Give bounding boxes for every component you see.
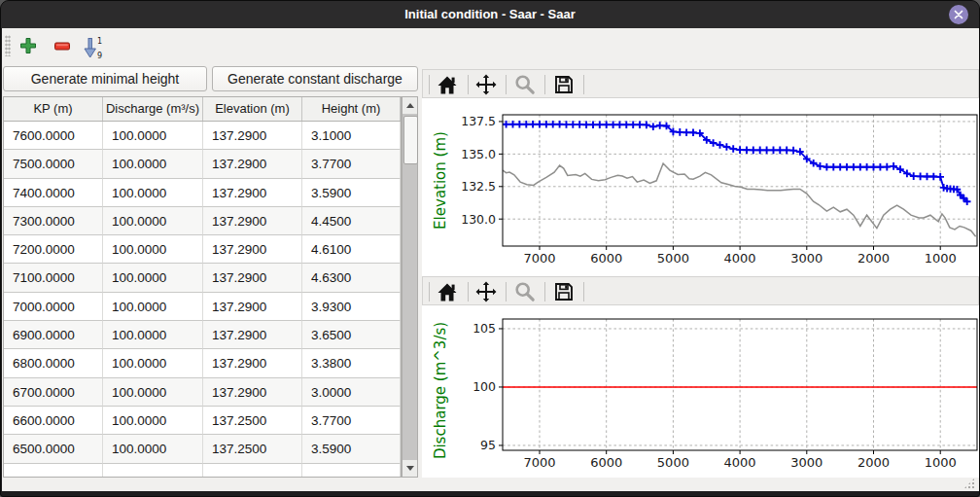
table-cell[interactable]: 137.2500: [203, 407, 302, 435]
table-cell[interactable]: 3.6500: [302, 321, 401, 349]
table-cell[interactable]: 100.0000: [103, 349, 203, 377]
pan-icon: [475, 74, 497, 95]
table-cell[interactable]: 7000.0000: [4, 293, 103, 321]
table-cell[interactable]: 3.5900: [302, 179, 401, 207]
table-cell[interactable]: 137.2900: [203, 378, 302, 407]
toolbar-drag-handle[interactable]: [5, 35, 11, 56]
generate-minimal-height-button[interactable]: Generate minimal height: [3, 66, 207, 91]
table-cell[interactable]: 137.2900: [203, 293, 302, 321]
table-cell[interactable]: 100.0000: [103, 150, 203, 178]
elevation-plot-toolbar: [422, 69, 979, 98]
table-cell[interactable]: 7600.0000: [4, 122, 103, 150]
save-button[interactable]: [550, 72, 578, 97]
table-cell[interactable]: [4, 464, 103, 478]
table-cell[interactable]: 100.0000: [103, 235, 203, 264]
x-tick-label: 6000: [590, 251, 622, 266]
table-cell[interactable]: 137.2900: [203, 349, 302, 377]
table-cell[interactable]: 3.9300: [302, 293, 401, 321]
pan-button[interactable]: [472, 279, 500, 304]
table-cell[interactable]: 3.5900: [302, 435, 401, 463]
table-cell[interactable]: 4.6300: [302, 264, 401, 292]
table-cell[interactable]: 7500.0000: [4, 150, 103, 178]
save-button[interactable]: [550, 279, 578, 304]
table-cell[interactable]: 100.0000: [103, 378, 203, 407]
table-cell[interactable]: 7200.0000: [4, 235, 103, 264]
table-cell[interactable]: 3.3800: [302, 349, 401, 377]
home-button[interactable]: [434, 279, 461, 304]
table-cell[interactable]: 100.0000: [103, 435, 203, 463]
table-cell[interactable]: [302, 464, 401, 478]
column-header[interactable]: Height (m): [302, 97, 401, 121]
discharge-plot-toolbar: [422, 276, 979, 305]
table-cell[interactable]: 137.2900: [203, 207, 302, 235]
column-header[interactable]: Elevation (m): [203, 97, 302, 121]
titlebar[interactable]: Initial condition - Saar - Saar: [1, 1, 979, 28]
table-cell[interactable]: 3.7700: [302, 407, 401, 435]
toolbar-separator: [506, 282, 507, 302]
table-row: [4, 464, 401, 478]
table-cell[interactable]: 3.7700: [302, 150, 401, 178]
x-tick-label: 3000: [790, 251, 822, 266]
column-header[interactable]: Discharge (m³/s): [103, 97, 203, 121]
table-header: KP (m)Discharge (m³/s)Elevation (m)Heigh…: [4, 97, 401, 122]
table-cell[interactable]: 137.2500: [203, 435, 302, 463]
table-cell[interactable]: [103, 464, 203, 478]
table-cell[interactable]: [203, 464, 302, 478]
table-cell[interactable]: 3.1000: [302, 122, 401, 150]
table-cell[interactable]: 4.4500: [302, 207, 401, 235]
table-cell[interactable]: 100.0000: [103, 407, 203, 435]
table-cell[interactable]: 137.2900: [203, 179, 302, 207]
table-cell[interactable]: 6700.0000: [4, 378, 103, 407]
svg-text:9: 9: [97, 52, 102, 59]
home-button[interactable]: [434, 72, 461, 97]
table-cell[interactable]: 6900.0000: [4, 321, 103, 349]
table-cell[interactable]: 4.6100: [302, 235, 401, 264]
table-cell[interactable]: 100.0000: [103, 293, 203, 321]
pan-button[interactable]: [472, 72, 500, 97]
table-cell[interactable]: 3.0000: [302, 378, 401, 407]
table-cell[interactable]: 6600.0000: [4, 407, 103, 435]
table-cell[interactable]: 100.0000: [103, 264, 203, 292]
column-header[interactable]: KP (m): [4, 97, 103, 121]
scroll-down-button[interactable]: [402, 460, 417, 477]
status-bar: [2, 478, 980, 491]
remove-row-button[interactable]: [50, 34, 75, 59]
zoom-button[interactable]: [511, 72, 539, 97]
table-row: 6800.0000100.0000137.29003.3800: [4, 349, 401, 377]
table-cell[interactable]: 100.0000: [103, 179, 203, 207]
toolbar-separator: [429, 75, 430, 94]
table-cell[interactable]: 137.2900: [203, 321, 302, 349]
table-cell[interactable]: 100.0000: [103, 321, 203, 349]
resize-grip[interactable]: [963, 478, 975, 489]
table-cell[interactable]: 137.2900: [203, 150, 302, 178]
toolbar-separator: [468, 282, 469, 302]
zoom-button[interactable]: [511, 279, 539, 304]
table-cell[interactable]: 100.0000: [103, 122, 203, 150]
scrollbar-thumb[interactable]: [403, 116, 418, 164]
table-cell[interactable]: 6800.0000: [4, 349, 103, 377]
x-tick-label: 2000: [858, 455, 890, 470]
discharge-chart[interactable]: 700060005000400030002000100095100105Disc…: [422, 305, 979, 478]
table-cell[interactable]: 7100.0000: [4, 264, 103, 292]
table-cell[interactable]: 137.2900: [203, 235, 302, 264]
table-cell[interactable]: 100.0000: [103, 207, 203, 235]
table-cell[interactable]: 137.2900: [203, 122, 302, 150]
elevation-chart[interactable]: 7000600050004000300020001000130.0132.513…: [422, 98, 979, 276]
table-body: 7600.0000100.0000137.29003.10007500.0000…: [4, 122, 401, 478]
x-tick-label: 5000: [657, 455, 689, 470]
table-cell[interactable]: 137.2900: [203, 264, 302, 292]
scroll-up-button[interactable]: [402, 97, 417, 114]
table-cell[interactable]: 7400.0000: [4, 179, 103, 207]
close-button[interactable]: [949, 5, 968, 24]
table-cell[interactable]: 6500.0000: [4, 435, 103, 463]
y-tick-label: 132.5: [461, 179, 496, 194]
add-row-button[interactable]: [16, 34, 41, 59]
sort-rows-button[interactable]: 1 9: [80, 34, 105, 59]
save-icon: [553, 281, 575, 302]
y-axis-label: Elevation (m): [432, 131, 449, 230]
generate-constant-discharge-button[interactable]: Generate constant discharge: [212, 66, 418, 91]
y-tick-label: 135.0: [461, 147, 496, 161]
table-scrollbar[interactable]: [402, 96, 418, 478]
table-cell[interactable]: 7300.0000: [4, 207, 103, 235]
remove-row-icon: [52, 36, 72, 55]
